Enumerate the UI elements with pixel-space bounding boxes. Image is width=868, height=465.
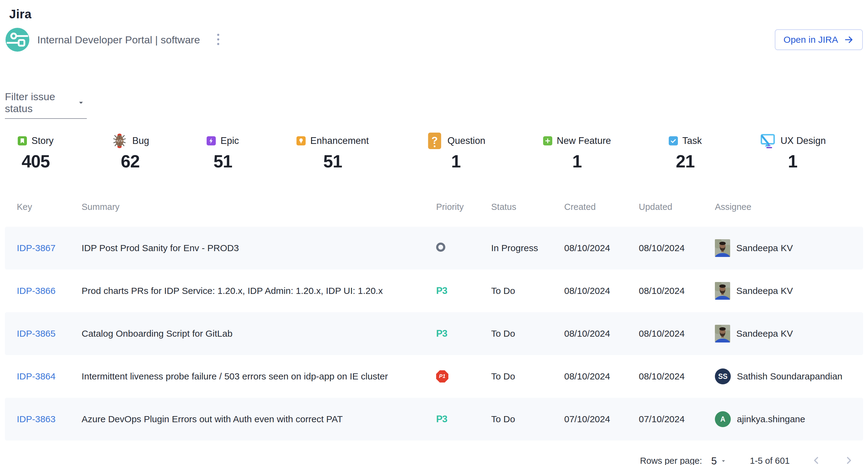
jira-app-logo-icon [5,28,29,52]
svg-text:</>: </> [116,139,123,143]
issue-summary: Catalog Onboarding Script for GitLab [82,328,232,338]
key-cell: IDP-3864 [17,371,82,381]
column-header-status: Status [491,202,564,212]
counter-label: Epic [220,135,239,146]
table-row: IDP-3867IDP Post Prod Sanity for Env - P… [5,227,863,269]
summary-cell: Catalog Onboarding Script for GitLab [82,328,436,339]
status-cell: To Do [491,286,564,296]
open-in-jira-button[interactable]: Open in JIRA [775,29,863,50]
counter-count: 1 [543,151,611,171]
question-icon: ? [426,133,443,149]
priority-cell: P3 [436,328,491,339]
counter-count: 1 [426,151,485,171]
status-cell: To Do [491,371,564,381]
table-row: IDP-3865Catalog Onboarding Script for Gi… [5,312,863,355]
counter-count: 1 [760,151,826,171]
next-page-button[interactable] [843,455,855,465]
updated-cell: 08/10/2024 [639,243,715,253]
issue-status: To Do [491,414,515,424]
priority-cell: P3 [436,414,491,425]
updated-cell: 07/10/2024 [639,414,715,424]
assignee-cell: SSSathish Soundarapandian [715,368,863,384]
filter-issue-status-select[interactable]: Filter issue status [5,91,87,119]
counter-count: 62 [111,151,149,171]
column-header-created: Created [564,202,639,212]
issue-key-link[interactable]: IDP-3866 [17,286,56,296]
created-date: 08/10/2024 [564,286,610,296]
issue-key-link[interactable]: IDP-3863 [17,414,56,424]
assignee-name: ajinkya.shingane [737,414,805,424]
key-cell: IDP-3863 [17,414,82,424]
counter-count: 51 [207,151,239,171]
priority-none-icon [436,242,445,252]
counter-count: 51 [297,151,369,171]
issues-table: Key Summary Priority Status Created Upda… [5,202,863,440]
counter-top: </>Bug [111,132,149,150]
assignee-name: Sathish Soundarapandian [737,371,842,381]
counter-top: New Feature [543,132,611,150]
status-cell: In Progress [491,243,564,253]
entity-name-link[interactable]: Internal Developer Portal | software [37,34,200,46]
chevron-left-icon [810,455,822,465]
priority-p3-icon: P3 [436,414,447,424]
priority-p1-icon: P1 [436,370,448,383]
column-header-summary: Summary [82,202,436,212]
created-date: 07/10/2024 [564,414,610,424]
summary-cell: Azure DevOps Plugin Errors out with Auth… [82,414,436,424]
assignee-avatar-initials: SS [715,368,731,384]
priority-cell [436,242,491,254]
assignee-avatar-initials: A [715,411,731,427]
issue-key-link[interactable]: IDP-3865 [17,328,56,338]
updated-cell: 08/10/2024 [639,286,715,296]
rows-per-page-select[interactable]: 5 [711,455,726,465]
jira-widget: Jira Internal Developer Portal | softwar… [0,7,868,465]
kebab-icon [216,32,221,47]
priority-p3-icon: P3 [436,285,447,296]
priority-p3-icon: P3 [436,328,447,339]
updated-cell: 08/10/2024 [639,328,715,339]
table-header-row: Key Summary Priority Status Created Upda… [5,202,863,227]
created-date: 08/10/2024 [564,371,610,381]
previous-page-button[interactable] [810,455,822,465]
counter-epic: Epic51 [207,132,239,171]
counter-label: Question [447,135,485,146]
counter-bug: </>Bug62 [111,132,149,171]
arrow-right-icon [843,35,854,45]
issue-summary: Azure DevOps Plugin Errors out with Auth… [82,414,343,424]
counter-story: Story405 [18,132,54,171]
updated-date: 08/10/2024 [639,371,685,381]
rows-per-page-label: Rows per page: [640,456,702,465]
issue-key-link[interactable]: IDP-3864 [17,371,56,381]
priority-cell: P3 [436,285,491,296]
kebab-menu-button[interactable] [214,31,222,49]
updated-date: 08/10/2024 [639,328,685,338]
created-date: 08/10/2024 [564,328,610,338]
enhancement-icon [297,136,306,145]
priority-cell: P1 [436,370,491,383]
issue-type-counters: Story405</>Bug62Epic51Enhancement51?Ques… [18,132,826,171]
assignee-cell: Sandeepa KV [715,282,863,300]
assignee-name: Sandeepa KV [736,328,793,339]
counter-count: 21 [669,151,702,171]
issue-key-link[interactable]: IDP-3867 [17,243,56,253]
counter-top: Epic [207,132,239,150]
assignee-avatar-photo [715,239,730,257]
updated-date: 08/10/2024 [639,286,685,296]
filter-issue-status-label: Filter issue status [5,91,76,114]
summary-cell: Intermittent liveness probe failure / 50… [82,371,436,381]
key-cell: IDP-3865 [17,328,82,339]
counter-label: UX Design [781,135,826,146]
counter-enhancement: Enhancement51 [297,132,369,171]
assignee-name: Sandeepa KV [736,243,793,253]
table-row: IDP-3864Intermittent liveness probe fail… [5,355,863,398]
counter-top: Task [669,132,702,150]
counter-label: Enhancement [310,135,369,146]
counter-top: Story [18,132,54,150]
counter-task: Task21 [669,132,702,171]
column-header-assignee: Assignee [715,202,863,212]
epic-icon [207,136,216,145]
created-cell: 08/10/2024 [564,328,639,339]
table-row: IDP-3863Azure DevOps Plugin Errors out w… [5,398,863,440]
created-cell: 08/10/2024 [564,243,639,253]
key-cell: IDP-3867 [17,243,82,253]
